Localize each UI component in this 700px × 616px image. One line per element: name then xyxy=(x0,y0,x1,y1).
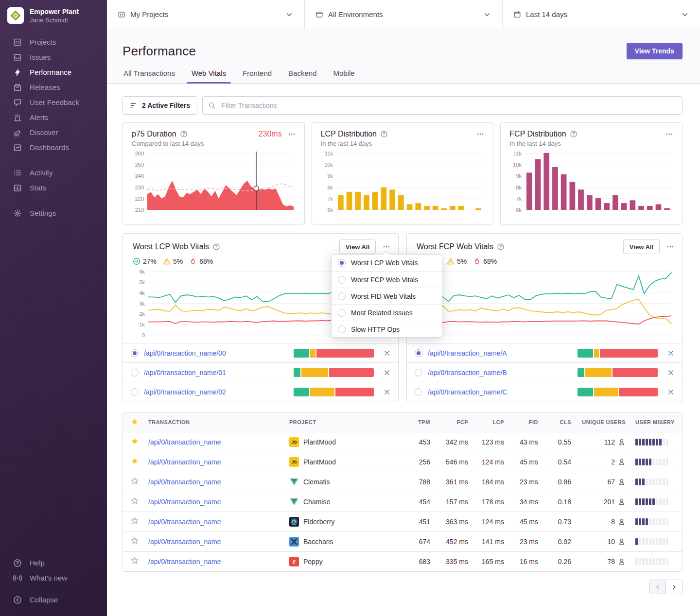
sidebar-item-label: Performance xyxy=(30,68,71,76)
user-feedback-icon xyxy=(13,98,22,107)
search-input[interactable] xyxy=(202,96,682,115)
sidebar-item-issues[interactable]: Issues xyxy=(0,50,107,65)
help-question-icon[interactable] xyxy=(497,243,505,251)
unique-users: 2 xyxy=(581,458,626,466)
project-name: Baccharis xyxy=(303,538,333,546)
tab-backend[interactable]: Backend xyxy=(287,69,317,83)
menu-item-slow-http-ops[interactable]: Slow HTTP Ops xyxy=(332,321,442,337)
transaction-radio[interactable] xyxy=(131,349,139,357)
star-outline-icon[interactable] xyxy=(131,477,139,485)
org-switcher[interactable]: Empower Plant Jane Schmidt xyxy=(0,0,107,34)
transaction-link[interactable]: /api/0/transaction_name/B xyxy=(428,369,507,376)
transaction-link[interactable]: /api/0/transaction_name xyxy=(148,498,221,506)
sidebar-item-whats-new[interactable]: What's new xyxy=(0,570,107,585)
ellipsis-menu-icon[interactable] xyxy=(665,130,673,138)
sidebar-item-user-feedback[interactable]: User Feedback xyxy=(0,95,107,110)
unique-users-cell: 78 xyxy=(576,551,630,571)
help-question-icon[interactable] xyxy=(380,130,388,138)
vitals-transaction-row: /api/0/transaction_name/C xyxy=(407,382,682,401)
view-all-button[interactable]: View All xyxy=(623,240,660,254)
close-icon[interactable] xyxy=(383,369,391,376)
tab-mobile[interactable]: Mobile xyxy=(332,69,355,83)
misery-segment xyxy=(659,538,662,545)
transaction-radio[interactable] xyxy=(131,388,139,396)
fcp-cell: 335 ms xyxy=(435,551,473,571)
fcp-cell: 363 ms xyxy=(435,512,473,531)
menu-item-worst-fid-web-vitals[interactable]: Worst FID Web Vitals xyxy=(332,288,442,304)
lcp-distribution-chart[interactable]: 6k7k8k9k10k11k xyxy=(321,150,485,213)
transaction-radio[interactable] xyxy=(131,369,139,376)
sidebar-item-discover[interactable]: Discover xyxy=(0,125,107,140)
transaction-radio[interactable] xyxy=(415,349,422,357)
fid-cell: 23 ms xyxy=(509,472,543,492)
sidebar-item-projects[interactable]: Projects xyxy=(0,34,107,50)
transaction-link[interactable]: /api/0/transaction_name xyxy=(148,538,221,546)
star-outline-icon[interactable] xyxy=(131,517,139,525)
ellipsis-menu-icon[interactable] xyxy=(476,130,484,138)
ellipsis-menu-icon[interactable] xyxy=(383,243,390,251)
transaction-link[interactable]: /api/0/transaction_name xyxy=(148,458,221,466)
sidebar-item-activity[interactable]: Activity xyxy=(0,165,107,180)
date-filter-dropdown[interactable]: Last 14 days xyxy=(502,0,700,29)
tab-frontend[interactable]: Frontend xyxy=(242,69,273,83)
close-icon[interactable] xyxy=(667,388,675,396)
star-filled-icon[interactable] xyxy=(131,437,139,445)
transaction-link[interactable]: /api/0/transaction_name xyxy=(148,438,221,446)
fcp-distribution-chart[interactable]: 6k7k8k9k10k11k xyxy=(509,150,673,213)
svg-text:210: 210 xyxy=(135,207,144,213)
sidebar-item-dashboards[interactable]: Dashboards xyxy=(0,140,107,155)
transaction-link[interactable]: /api/0/transaction_name/01 xyxy=(144,369,226,376)
tab-all-transactions[interactable]: All Transactions xyxy=(122,69,176,83)
sidebar-item-collapse[interactable]: Collapse xyxy=(0,592,107,607)
ellipsis-menu-icon[interactable] xyxy=(288,130,296,138)
sidebar-item-releases[interactable]: Releases xyxy=(0,80,107,95)
tab-web-vitals[interactable]: Web Vitals xyxy=(191,69,227,83)
worst-fcp-chart[interactable]: 01k2k3k4k5k6k xyxy=(417,268,673,339)
transaction-link[interactable]: /api/0/transaction_name/00 xyxy=(144,349,226,357)
menu-item-worst-lcp-web-vitals[interactable]: Worst LCP Web Vitals xyxy=(332,255,442,271)
ellipsis-menu-icon[interactable] xyxy=(666,243,674,251)
projects-icon xyxy=(13,38,22,47)
project-filter-dropdown[interactable]: My Projects xyxy=(107,0,304,29)
misery-segment xyxy=(639,459,641,465)
help-question-icon[interactable] xyxy=(570,130,578,138)
menu-item-most-related-issues[interactable]: Most Related Issues xyxy=(332,304,442,321)
sidebar-item-settings[interactable]: Settings xyxy=(0,205,107,221)
transaction-radio[interactable] xyxy=(415,369,422,376)
misery-segment xyxy=(656,538,658,545)
menu-item-worst-fcp-web-vitals[interactable]: Worst FCP Web Vitals xyxy=(332,271,442,288)
star-filled-icon[interactable] xyxy=(131,457,139,465)
star-outline-icon[interactable] xyxy=(131,557,139,565)
environment-filter-dropdown[interactable]: All Environments xyxy=(304,0,502,29)
person-icon xyxy=(618,478,626,486)
sidebar-item-help[interactable]: Help xyxy=(0,555,107,570)
transaction-link[interactable]: /api/0/transaction_name xyxy=(148,558,221,565)
transaction-link[interactable]: /api/0/transaction_name/C xyxy=(428,388,507,396)
previous-page-button[interactable] xyxy=(649,580,666,594)
cls-cell: 0.26 xyxy=(543,551,576,571)
fcp-card-title: FCP Distribution xyxy=(509,130,566,138)
close-icon[interactable] xyxy=(667,349,675,357)
sidebar-item-performance[interactable]: Performance xyxy=(0,65,107,80)
next-page-button[interactable] xyxy=(666,580,682,594)
sidebar-item-stats[interactable]: Stats xyxy=(0,180,107,195)
star-outline-icon[interactable] xyxy=(131,497,139,505)
help-question-icon[interactable] xyxy=(212,243,220,251)
view-all-button[interactable]: View All xyxy=(339,240,376,254)
active-filters-button[interactable]: 2 Active Filters xyxy=(122,96,197,115)
transaction-link[interactable]: /api/0/transaction_name xyxy=(148,478,221,486)
star-outline-icon[interactable] xyxy=(131,537,139,545)
sidebar-item-label: Alerts xyxy=(30,113,48,121)
close-icon[interactable] xyxy=(383,388,391,396)
close-icon[interactable] xyxy=(383,349,391,357)
view-trends-button[interactable]: View Trends xyxy=(627,43,682,59)
misery-segment xyxy=(639,439,641,445)
transaction-link[interactable]: /api/0/transaction_name/A xyxy=(428,349,507,357)
sidebar-item-alerts[interactable]: Alerts xyxy=(0,110,107,125)
p75-duration-chart[interactable]: 210220230240250260 xyxy=(132,150,296,213)
close-icon[interactable] xyxy=(667,369,675,376)
transaction-radio[interactable] xyxy=(415,388,422,396)
help-question-icon[interactable] xyxy=(180,130,188,138)
transaction-link[interactable]: /api/0/transaction_name/02 xyxy=(144,388,226,396)
transaction-link[interactable]: /api/0/transaction_name xyxy=(148,518,221,526)
